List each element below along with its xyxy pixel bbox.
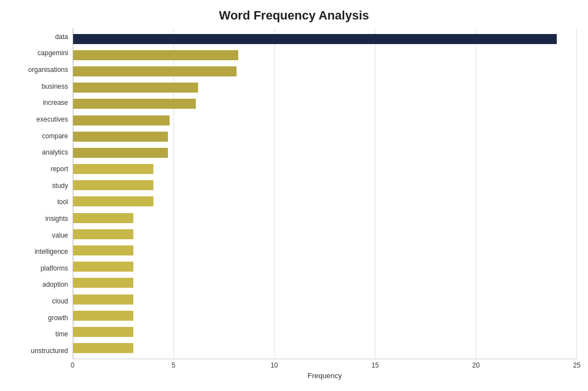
bar bbox=[73, 295, 133, 305]
bar-row bbox=[73, 33, 577, 45]
x-axis-title: Frequency bbox=[73, 371, 577, 380]
chart-area: datacapgeminiorganisationsbusinessincrea… bbox=[11, 28, 577, 359]
bar-row bbox=[73, 114, 577, 127]
bar bbox=[73, 132, 168, 142]
y-label: intelligence bbox=[11, 248, 68, 255]
bar bbox=[73, 213, 133, 223]
bar-row bbox=[73, 49, 577, 61]
chart-title: Word Frequency Analysis bbox=[219, 8, 369, 23]
bar-row bbox=[73, 326, 577, 338]
bar bbox=[73, 196, 153, 206]
bar bbox=[73, 327, 133, 337]
bar bbox=[73, 278, 133, 288]
x-tick-labels: 0510152025 bbox=[73, 359, 577, 370]
chart-container: datacapgeminiorganisationsbusinessincrea… bbox=[11, 28, 577, 380]
y-label: insights bbox=[11, 215, 68, 222]
bar-row bbox=[73, 212, 577, 224]
bar bbox=[73, 34, 557, 44]
y-label: data bbox=[11, 33, 68, 40]
bar bbox=[73, 50, 238, 60]
bar-row bbox=[73, 244, 577, 257]
bars-wrapper bbox=[73, 28, 577, 359]
bar-row bbox=[73, 228, 577, 240]
y-label: time bbox=[11, 331, 68, 337]
bar bbox=[73, 262, 133, 272]
y-label: report bbox=[11, 166, 68, 172]
bar bbox=[73, 343, 133, 353]
y-label: cloud bbox=[11, 298, 68, 305]
y-label: capgemini bbox=[11, 50, 68, 56]
bar-row bbox=[73, 310, 577, 322]
bar bbox=[73, 245, 133, 255]
bar-row bbox=[73, 163, 577, 175]
y-label: increase bbox=[11, 99, 68, 106]
y-label: growth bbox=[11, 315, 68, 321]
bar bbox=[73, 148, 168, 158]
x-axis-area: 0510152025 Frequency bbox=[73, 359, 577, 380]
bar bbox=[73, 115, 170, 125]
bar-row bbox=[73, 293, 577, 306]
y-label: executives bbox=[11, 116, 68, 123]
y-axis-labels: datacapgeminiorganisationsbusinessincrea… bbox=[11, 28, 73, 359]
bar-row bbox=[73, 65, 577, 78]
y-label: platforms bbox=[11, 265, 68, 272]
bar-row bbox=[73, 131, 577, 143]
y-label: organisations bbox=[11, 66, 68, 73]
y-label: business bbox=[11, 83, 68, 90]
bar-row bbox=[73, 260, 577, 273]
bar bbox=[73, 311, 133, 321]
bar-row bbox=[73, 98, 577, 110]
y-label: unstructured bbox=[11, 347, 68, 354]
bar-row bbox=[73, 147, 577, 159]
bar bbox=[73, 164, 153, 174]
y-label: study bbox=[11, 182, 68, 189]
bar-row bbox=[73, 81, 577, 94]
y-label: adoption bbox=[11, 281, 68, 288]
bar-row bbox=[73, 195, 577, 207]
y-label: compare bbox=[11, 133, 68, 139]
bars-and-grid bbox=[73, 28, 577, 359]
bar bbox=[73, 66, 237, 76]
bar bbox=[73, 99, 196, 109]
y-label: analytics bbox=[11, 149, 68, 156]
bar-row bbox=[73, 277, 577, 289]
y-label: tool bbox=[11, 199, 68, 205]
bar bbox=[73, 229, 133, 239]
y-label: value bbox=[11, 232, 68, 239]
bar bbox=[73, 83, 198, 93]
bar bbox=[73, 180, 153, 190]
bar-row bbox=[73, 342, 577, 354]
bar-row bbox=[73, 179, 577, 191]
